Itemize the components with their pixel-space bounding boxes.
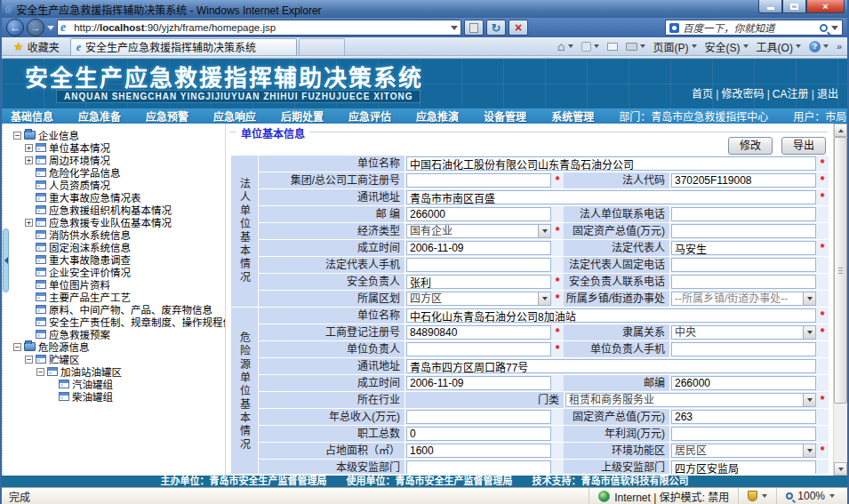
form-input[interactable] [406,207,551,221]
compatibility-view-button[interactable] [464,20,484,36]
chevron-down-icon[interactable] [803,292,815,305]
nav-item[interactable]: 基础信息 [11,108,53,124]
chevron-down-icon[interactable] [803,444,815,457]
form-input[interactable] [671,410,816,424]
sidebar-splitter[interactable] [3,228,9,292]
refresh-button[interactable]: ↻ [486,20,506,36]
tree-item[interactable]: 企业安全评价情况 [3,266,225,278]
form-input[interactable] [406,241,551,255]
recent-pages-dropdown-icon[interactable] [47,26,54,30]
tree-item[interactable]: −危险源信息 [3,340,225,353]
tree-item[interactable]: 应急救援预案 [3,328,225,340]
tree-item[interactable]: 重大事故隐患调查 [3,253,225,266]
tree-item[interactable]: 危险化学品信息 [3,166,225,179]
form-input[interactable] [671,376,816,390]
nav-item[interactable]: 应急响应 [213,108,256,124]
read-mail-button[interactable] [607,43,618,51]
export-button[interactable]: 导出 [781,137,826,155]
tree-item[interactable]: 应急救援组织机构基本情况 [3,204,225,216]
tree-item[interactable]: 柴油罐组 [3,390,225,403]
nav-item[interactable]: 应急评估 [348,108,391,124]
tree-item[interactable]: +应急救援专业队伍基本情况 [3,216,225,228]
collapse-icon[interactable]: − [25,356,33,364]
tree-item[interactable]: 原料、中间产物、产品、废弃物信息 [3,303,225,316]
form-input[interactable] [406,427,551,441]
nav-item[interactable]: 应急预警 [146,108,188,124]
banner-link[interactable]: 退出 [817,88,838,100]
tree-item[interactable]: +单位基本情况 [3,141,225,154]
tree-item[interactable]: +周边环境情况 [3,154,225,166]
chevron-down-icon[interactable] [803,326,815,339]
form-input[interactable] [406,173,551,188]
form-input[interactable] [406,325,551,340]
tree-item[interactable]: 固定泡沫系统信息 [3,241,225,253]
banner-link[interactable]: 修改密码 [721,88,764,100]
form-input[interactable] [406,258,551,272]
home-button[interactable]: ⌂ [557,41,573,52]
zoom-control[interactable]: 100% [776,488,844,504]
tree-item[interactable]: −加油站油罐区 [3,365,225,378]
search-icon[interactable] [820,24,828,32]
chevron-down-icon[interactable] [803,394,815,406]
form-input[interactable] [671,275,816,289]
chevron-down-icon[interactable] [538,225,550,237]
form-input[interactable] [406,376,551,390]
safety-menu[interactable]: 安全(S) [705,39,749,54]
form-select[interactable]: 四方区 [406,292,551,306]
form-input[interactable] [671,173,816,188]
nav-item[interactable]: 设备管理 [484,108,526,124]
print-button[interactable] [626,43,645,51]
form-input[interactable] [671,460,816,474]
vertical-scrollbar[interactable] [833,124,847,476]
form-input[interactable] [406,410,551,424]
form-input[interactable] [671,224,816,238]
scroll-up-button[interactable] [834,124,847,137]
collapse-icon[interactable]: − [36,368,44,376]
nav-item[interactable]: 应急准备 [78,108,121,124]
tree-item[interactable]: 主要产品生产工艺 [3,291,225,303]
back-button[interactable]: ← [6,19,24,36]
overflow-chevron-icon[interactable]: » [837,41,840,52]
feeds-button[interactable] [581,42,599,52]
form-select[interactable]: 中央 [671,325,816,340]
chevron-down-icon[interactable] [538,292,550,305]
scrollbar-thumb[interactable] [834,137,847,404]
new-tab-stub[interactable] [299,38,345,55]
form-input[interactable] [406,444,551,458]
tree-item[interactable]: 汽油罐组 [3,378,225,390]
tools-menu[interactable]: 工具(O) [757,39,801,54]
help-menu[interactable]: ? [809,41,829,52]
nav-item[interactable]: 后期处置 [281,108,324,124]
form-select[interactable]: 居民区 [671,444,816,458]
close-button[interactable]: × [806,0,845,13]
forward-button[interactable]: → [27,19,44,36]
address-dropdown-icon[interactable] [451,26,458,30]
tree-item[interactable]: −企业信息 [3,129,225,141]
protected-mode-control[interactable] [738,488,776,504]
form-input[interactable] [406,460,551,474]
search-input[interactable]: 百度一下，你就知道 [683,20,816,35]
search-dropdown-icon[interactable] [831,26,838,30]
form-input[interactable] [671,427,816,441]
nav-item[interactable]: 系统管理 [551,108,594,124]
search-box[interactable]: 百度一下，你就知道 [665,20,843,36]
form-select[interactable]: 国有企业 [406,224,551,238]
form-input[interactable] [406,342,551,356]
modify-button[interactable]: 修改 [728,137,773,155]
form-input[interactable] [406,359,816,373]
expand-icon[interactable]: + [25,219,33,227]
tree-item[interactable]: 安全生产责任制、规章制度、操作规程信息 [3,316,225,328]
tree-item[interactable]: −贮罐区 [3,353,225,365]
nav-item[interactable]: 应急推演 [416,108,459,124]
form-input[interactable] [671,207,816,221]
form-input[interactable] [406,308,816,323]
form-input[interactable] [671,342,816,356]
tree-item[interactable]: 重大事故应急情况表 [3,191,225,204]
tree-item[interactable]: 消防供水系统信息 [3,228,225,241]
collapse-icon[interactable]: − [13,132,21,140]
minimize-button[interactable] [758,0,782,13]
form-input[interactable] [406,190,816,204]
stop-button[interactable]: × [509,20,528,36]
page-menu[interactable]: 页面(P) [653,39,697,54]
form-input[interactable] [406,156,816,171]
